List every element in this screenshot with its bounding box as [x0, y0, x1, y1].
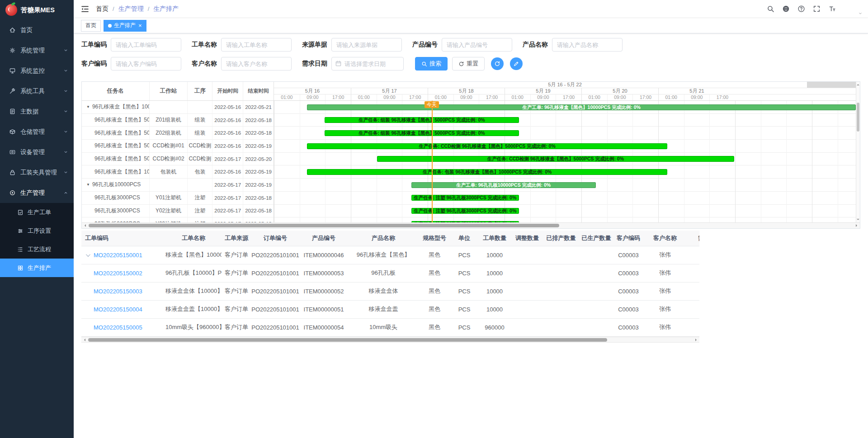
gantt-task-row[interactable]: 96孔移液盒【黑色】5000PCSZ02组装机组装2022-05-162022-… — [82, 127, 274, 140]
edit-schedule-button[interactable] — [510, 57, 523, 70]
refresh-gantt-button[interactable] — [491, 57, 504, 70]
scroll-down-arrow[interactable] — [857, 219, 859, 221]
app-logo[interactable]: 苦糖果MES — [0, 0, 74, 20]
table-cell: 客户订单 — [222, 318, 251, 336]
table-row[interactable]: MO20220515000510mm吸头【960000】PCS客户订单PO202… — [81, 318, 699, 336]
table-cell: 202 — [687, 318, 699, 336]
gantt-task-row[interactable]: ▼96孔孔板10000PCS2022-05-172022-05-19 — [82, 179, 274, 192]
work-order-link[interactable]: MO202205150004 — [94, 306, 142, 313]
fullscreen-icon[interactable] — [810, 3, 823, 15]
product-name-input[interactable] — [552, 38, 623, 52]
table-row[interactable]: MO202205150001移液盒【黑色】10000个客户订单PO2022051… — [81, 246, 699, 264]
menu-fold-icon[interactable] — [80, 5, 90, 14]
table-row[interactable]: MO20220515000296孔孔板【10000】PCS客户订单PO20220… — [81, 264, 699, 282]
user-menu[interactable] — [844, 2, 863, 16]
sidebar-item-equipment-mgmt[interactable]: 设备管理 — [0, 142, 74, 162]
gantt-task-row[interactable]: 96孔移液盒【黑色】10000PCS包装机包装2022-05-162022-05… — [82, 165, 274, 179]
source-doc-input[interactable] — [331, 38, 402, 52]
work-order-link[interactable]: MO202205150003 — [94, 288, 142, 295]
gantt-task-row[interactable]: 96孔移液盒【黑色】5000PCSZ01组装机组装2022-05-162022-… — [82, 114, 274, 127]
table-cell: 黑色 — [419, 300, 450, 318]
gantt-hour-label: 01:00 — [428, 94, 453, 100]
sidebar-item-system-monitor[interactable]: 系统监控 — [0, 61, 74, 81]
app-title: 苦糖果MES — [21, 6, 55, 14]
gantt-task-bar[interactable]: 生产任务: 组装 96孔移液盒【黑色】5000PCS 完成比例: 0% — [325, 130, 519, 136]
table-row[interactable]: MO202205150003移液盒盒体【10000】PCS客户订单PO20220… — [81, 282, 699, 300]
table-cell — [579, 264, 614, 282]
scroll-left-arrow[interactable] — [83, 339, 85, 341]
gantt-task-bar[interactable]: 生产任务: CCD检测 96孔移液盒【黑色】5000PCS 完成比例: 0% — [307, 143, 667, 149]
table-cell: PCS — [450, 264, 478, 282]
sidebar-item-fixture-mgmt[interactable]: 工装夹具管理 — [0, 162, 74, 183]
gear-icon — [9, 47, 16, 54]
gantt-task-row[interactable]: 96孔孔板3000PCSY02注塑机注塑2022-05-172022-05-18 — [82, 205, 274, 218]
reset-button[interactable]: 重置 — [452, 57, 485, 71]
scroll-up-arrow[interactable] — [857, 83, 859, 85]
demand-date-input[interactable] — [331, 57, 404, 71]
font-size-icon[interactable] — [826, 3, 838, 15]
table-row[interactable]: MO202205150004移液盒盒盖【10000】PCS客户订单PO20220… — [81, 300, 699, 318]
close-icon[interactable]: × — [138, 23, 142, 28]
breadcrumb-item[interactable]: 生产排产 — [153, 5, 179, 13]
product-code-input[interactable] — [442, 38, 512, 52]
gantt-task-row[interactable]: 96孔移液盒【黑色】5000PCSCCD检测#02CCD检测2022-05-17… — [82, 153, 274, 166]
flow-icon — [17, 246, 24, 253]
scrollbar-thumb[interactable] — [88, 338, 607, 342]
gantt-task-bar[interactable]: 生产任务: 注塑 96孔孔板3000PCS 完成比例: 0% — [411, 195, 519, 201]
customer-code-input[interactable] — [111, 57, 181, 71]
work-order-code-input[interactable] — [111, 38, 181, 52]
customer-name-input[interactable] — [221, 57, 292, 71]
sidebar-item-master-data[interactable]: 主数据 — [0, 101, 74, 122]
tab-生产排产[interactable]: 生产排产× — [104, 20, 146, 32]
gantt-task-row[interactable]: ▼96孔移液盒【黑色】10000PCS2022-05-162022-05-21 — [82, 101, 274, 114]
avatar[interactable] — [844, 2, 857, 16]
orders-horizontal-scrollbar[interactable] — [81, 337, 699, 343]
collapse-icon[interactable]: ▼ — [86, 105, 90, 109]
breadcrumb-item[interactable]: 生产管理 — [118, 5, 144, 13]
sidebar-item-scheduling[interactable]: 生产排产 — [0, 259, 74, 277]
sidebar-item-work-order[interactable]: 生产工单 — [0, 203, 74, 221]
gantt-workorder-bar[interactable]: 生产工单: 96孔孔板10000PCS 完成比例: 0% — [411, 182, 596, 188]
workstation: Y01注塑机 — [150, 192, 188, 204]
scrollbar-thumb[interactable] — [857, 103, 859, 132]
tab-首页[interactable]: 首页 — [81, 20, 101, 32]
today-line — [432, 101, 433, 222]
gantt-task-row[interactable]: 96孔移液盒【黑色】5000PCSCCD检测#01CCD检测2022-05-16… — [82, 140, 274, 153]
gantt-task-bar[interactable]: 生产任务: 组装 96孔移液盒【黑色】5000PCS 完成比例: 0% — [325, 117, 519, 123]
gantt-horizontal-scrollbar[interactable] — [82, 222, 860, 228]
work-order-name-input[interactable] — [221, 38, 292, 52]
github-icon[interactable] — [779, 3, 792, 15]
work-order-link[interactable]: MO202205150002 — [94, 270, 142, 277]
task-name: ▼96孔移液盒【黑色】10000PCS — [82, 101, 150, 113]
gantt-task-bar[interactable]: 生产任务: 注塑 96孔孔板3000PCS 完成比例: 0% — [411, 208, 519, 214]
gantt-task-row[interactable]: 96孔孔板3000PCSY03注塑机注塑2022-05-172022-05-18 — [82, 217, 274, 222]
gantt-task-bar[interactable]: 生产任务: 包装 96孔移液盒【黑色】10000PCS 完成比例: 0% — [307, 169, 667, 175]
gantt-task-row[interactable]: 96孔孔板3000PCSY01注塑机注塑2022-05-172022-05-18 — [82, 192, 274, 205]
search-icon[interactable] — [764, 3, 777, 15]
scroll-right-arrow[interactable] — [856, 224, 859, 227]
gantt-task-bar[interactable]: 生产任务: 注塑 96孔孔板3000PCS 完成比例: 0% — [411, 221, 519, 222]
sidebar-item-process-settings[interactable]: 工序设置 — [0, 221, 74, 240]
sidebar-item-system-tools[interactable]: 系统工具 — [0, 81, 74, 101]
gantt-vertical-scrollbar[interactable] — [856, 82, 860, 222]
sidebar-item-process-flow[interactable]: 工艺流程 — [0, 240, 74, 259]
process — [188, 179, 212, 191]
gantt-task-bar[interactable]: 生产任务: CCD检测 96孔移液盒【黑色】5000PCS 完成比例: 0% — [377, 156, 734, 162]
table-cell: PO202205101001 — [251, 282, 299, 300]
scrollbar-thumb[interactable] — [89, 224, 559, 227]
gantt-workorder-bar[interactable]: 生产工单: 96孔移液盒【黑色】10000PCS 完成比例: 0% — [307, 104, 856, 110]
expand-row-icon[interactable] — [86, 252, 90, 257]
search-button[interactable]: 搜索 — [415, 57, 448, 71]
scroll-right-arrow[interactable] — [695, 339, 698, 341]
workstation: Z01组装机 — [150, 114, 188, 127]
sidebar-item-system-mgmt[interactable]: 系统管理 — [0, 40, 74, 61]
sidebar-item-production-mgmt[interactable]: 生产管理 — [0, 183, 74, 203]
work-order-link[interactable]: MO202205150005 — [94, 324, 142, 331]
sidebar-item-warehouse-mgmt[interactable]: 仓储管理 — [0, 122, 74, 142]
help-icon[interactable] — [795, 3, 807, 15]
work-order-link[interactable]: MO202205150001 — [94, 252, 142, 259]
collapse-icon[interactable]: ▼ — [86, 183, 90, 187]
sidebar-item-home[interactable]: 首页 — [0, 20, 74, 40]
field-label: 工单编码 — [81, 41, 107, 49]
scroll-left-arrow[interactable] — [83, 224, 86, 227]
